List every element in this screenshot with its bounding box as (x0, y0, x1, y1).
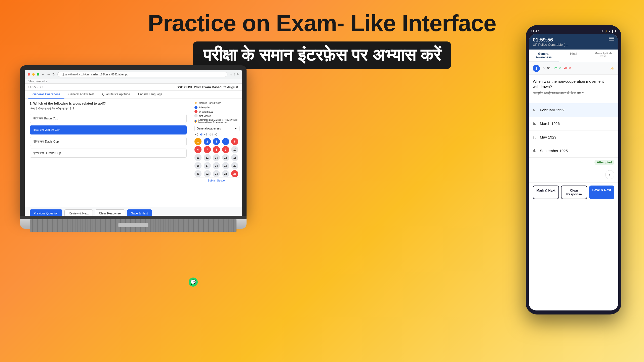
phone-option-b[interactable]: b. March 1926 (529, 117, 618, 130)
phone-question-info-bar: 1 00:04 +2.00 -0.50 ⚠ (529, 62, 618, 75)
browser-close-dot[interactable] (28, 73, 30, 76)
phone-tab-mental[interactable]: Mental Aptitude Reaso... (588, 50, 618, 62)
phone-tab-general-awareness[interactable]: General Awareness (529, 50, 559, 62)
laptop-base (20, 219, 247, 229)
hamburger-line-3 (609, 40, 614, 40)
question-panel: 1. Which of the following is a cup relat… (25, 99, 192, 207)
option-b[interactable]: वाकर कप Walker Cup (30, 125, 187, 134)
num-btn-25[interactable]: 25 (231, 170, 238, 177)
attempted-status-area: Attempted (529, 158, 618, 167)
num-btn-17[interactable]: 17 (204, 162, 211, 169)
mark-next-button[interactable]: Mark & Next (533, 186, 559, 199)
option-c[interactable]: डेविस कप Davis Cup (30, 137, 187, 146)
num-btn-8[interactable]: 8 (213, 146, 220, 153)
phone-option-d-label: d. (533, 149, 540, 153)
num-btn-21[interactable]: 21 (194, 170, 202, 177)
bluetooth-icon: ⚡ (605, 30, 608, 32)
question-hindi: निम्न में गोल्फ से संबंधित कौन-सा कप है … (30, 107, 187, 110)
num-btn-20[interactable]: 20 (231, 162, 238, 169)
num-btn-4[interactable]: 4 (222, 138, 229, 145)
browser-minimize-dot[interactable] (32, 73, 35, 76)
clear-response-button[interactable]: Clear Response (95, 209, 125, 216)
phone-container: 11:47 ⊕ ⚡ ▲ ▌ ▮ 01:59:56 UP Police Const… (526, 25, 621, 314)
phone-question-number: 1 (533, 65, 540, 72)
num-btn-22[interactable]: 22 (204, 170, 211, 177)
num-btn-15[interactable]: 15 (231, 154, 238, 161)
phone-status-bar: 11:47 ⊕ ⚡ ▲ ▌ ▮ (529, 29, 618, 33)
bookmark-bar: Other bookmarks (25, 79, 242, 84)
num-btn-14[interactable]: 14 (222, 154, 229, 161)
signal-icon: ▌ (612, 30, 614, 32)
exam-tabs: General Awareness General Ability Test Q… (25, 90, 242, 99)
tab-general-ability[interactable]: General Ability Test (64, 90, 98, 99)
phone-question-hindi: असहयोग आन्दोलन कब वापस ले लिया गया ? (533, 91, 614, 95)
phone-option-d[interactable]: d. September 1925 (529, 144, 618, 158)
phone-status-icons: ⊕ ⚡ ▲ ▌ ▮ (601, 30, 616, 32)
option-a[interactable]: बेटन कप Baton Cup (30, 114, 187, 123)
section-dropdown[interactable]: General Awareness ▼ (194, 126, 239, 131)
browser-maximize-dot[interactable] (37, 73, 39, 76)
hero-subtitle: परीक्षा के समान इंटरफ़ेस पर अभ्यास करें (203, 45, 441, 64)
tab-general-awareness[interactable]: General Awareness (28, 90, 64, 99)
tab-quantitative[interactable]: Quantitative Aptitude (98, 90, 134, 99)
num-btn-1[interactable]: 1 (194, 138, 202, 145)
previous-question-button[interactable]: Previous Question (30, 209, 62, 216)
hamburger-line-1 (609, 37, 614, 37)
phone-next-arrow-area: › (529, 167, 618, 182)
phone-option-a[interactable]: a. February 1922 (529, 103, 618, 117)
hamburger-line-2 (609, 38, 614, 39)
warning-icon: ⚠ (610, 66, 614, 71)
phone-frame: 11:47 ⊕ ⚡ ▲ ▌ ▮ 01:59:56 UP Police Const… (526, 25, 621, 314)
exam-title: SSC CHSL 2023 Exam Based 02 August (177, 85, 238, 89)
phone-option-c-label: c. (533, 135, 540, 139)
num-btn-23[interactable]: 23 (213, 170, 220, 177)
phone-time: 11:47 (531, 29, 539, 33)
num-btn-3[interactable]: 3 (213, 138, 220, 145)
exam-timer: 00:58:30 (28, 85, 43, 89)
phone-timer: 01:59:56 (533, 37, 568, 43)
num-btn-24[interactable]: 24 (222, 170, 229, 177)
phone-exam-header: 01:59:56 UP Police Constable ( ... (529, 34, 618, 50)
laptop-container: ← → ↻ rojgarwithankit.co.in/test-series/… (20, 65, 247, 229)
num-btn-2[interactable]: 2 (204, 138, 211, 145)
next-arrow-button[interactable]: › (605, 170, 614, 179)
phone-exam-name: UP Police Constable ( ... (533, 43, 568, 47)
phone-option-c-text: May 1929 (540, 135, 556, 139)
laptop-screen-border: ← → ↻ rojgarwithankit.co.in/test-series/… (20, 65, 247, 216)
save-next-button[interactable]: Save & Next (127, 209, 152, 216)
laptop-hinge (20, 216, 247, 219)
laptop-screen: ← → ↻ rojgarwithankit.co.in/test-series/… (25, 70, 242, 216)
option-d[interactable]: डुरण्ड कप Durand Cup (30, 149, 187, 158)
num-btn-7[interactable]: 7 (204, 146, 211, 153)
phone-clear-response-button[interactable]: Clear Response (561, 186, 587, 199)
review-next-button[interactable]: Review & Next (64, 209, 93, 216)
num-btn-5[interactable]: 5 (231, 138, 238, 145)
num-btn-16[interactable]: 16 (194, 162, 202, 169)
section-stats: ★0 ●5 ●4 ○18 ●0 (194, 133, 239, 136)
num-btn-10[interactable]: 10 (231, 146, 238, 153)
num-btn-11[interactable]: 11 (194, 154, 202, 161)
wifi-icon: ▲ (609, 30, 611, 32)
num-btn-19[interactable]: 19 (222, 162, 229, 169)
hamburger-menu[interactable] (609, 37, 614, 40)
num-btn-13[interactable]: 13 (213, 154, 220, 161)
right-panel: ★ Marked For Review Attempted Unattempte… (192, 99, 242, 207)
question-number-grid: 1 2 3 4 5 6 7 8 9 10 11 12 13 (194, 138, 239, 177)
submit-section[interactable]: Submit Section (194, 177, 239, 184)
num-btn-6[interactable]: 6 (194, 146, 202, 153)
num-btn-18[interactable]: 18 (213, 162, 220, 169)
laptop-touchpad (118, 223, 148, 227)
tab-english[interactable]: English Language (134, 90, 166, 99)
legend-attempted: Attempted (194, 106, 239, 109)
url-bar[interactable]: rojgarwithankit.co.in/test-series/168/te… (57, 72, 227, 77)
phone-option-c[interactable]: c. May 1929 (529, 130, 618, 144)
phone-question-area: When was the non-cooperation movement wi… (529, 75, 618, 103)
num-btn-9[interactable]: 9 (222, 146, 229, 153)
phone-save-next-button[interactable]: Save & Next (589, 186, 614, 199)
phone-time-used: 00:04 (543, 67, 550, 70)
battery-icon: ▮ (615, 30, 616, 32)
phone-exam-info: 01:59:56 UP Police Constable ( ... (533, 37, 568, 47)
phone-tab-hindi[interactable]: Hindi (559, 50, 589, 62)
num-btn-12[interactable]: 12 (204, 154, 211, 161)
question-number: 1. Which of the following is a cup relat… (30, 102, 187, 105)
